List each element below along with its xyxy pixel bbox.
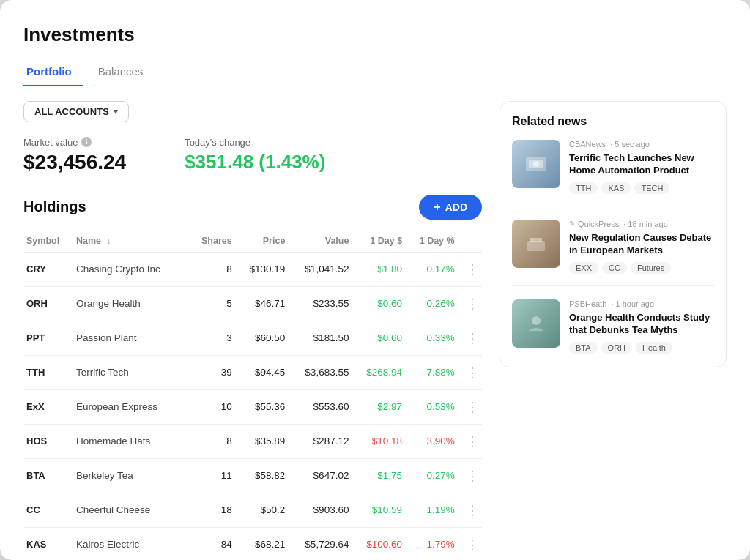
- news-tags: TTHKASTECH: [569, 182, 714, 194]
- cell-symbol: TTH: [23, 355, 73, 389]
- cell-day-dollar: $268.94: [352, 355, 405, 389]
- cell-day-pct: 0.33%: [405, 321, 458, 355]
- news-item[interactable]: PSBHeath · 1 hour ago Orange Health Cond…: [512, 299, 714, 354]
- row-menu-icon[interactable]: ⋮: [458, 527, 482, 560]
- news-content: ✎ QuickPress · 18 min ago New Regulation…: [569, 220, 714, 274]
- cell-symbol: KAS: [23, 527, 73, 560]
- cell-price: $46.71: [235, 286, 289, 321]
- news-item[interactable]: CBANews · 5 sec ago Terrific Tech Launch…: [512, 140, 714, 206]
- table-row: CC Cheerful Cheese 18 $50.2 $903.60 $10.…: [23, 493, 482, 527]
- cell-price: $94.45: [235, 355, 289, 389]
- cell-shares: 8: [188, 424, 235, 458]
- holdings-title: Holdings: [23, 198, 86, 215]
- plus-icon: +: [434, 201, 440, 214]
- cell-name: Cheerful Cheese: [73, 493, 188, 527]
- news-source: PSBHeath · 1 hour ago: [569, 299, 714, 308]
- cell-shares: 8: [188, 252, 235, 286]
- cell-symbol: CC: [23, 493, 73, 527]
- cell-symbol: CRY: [23, 252, 73, 286]
- cell-day-dollar: $0.60: [352, 286, 405, 321]
- cell-price: $58.82: [235, 458, 289, 493]
- table-row: ORH Orange Health 5 $46.71 $233.55 $0.60…: [23, 286, 482, 321]
- cell-name: Passion Plant: [73, 321, 188, 355]
- cell-day-pct: 1.19%: [405, 493, 458, 527]
- cell-day-pct: 1.79%: [405, 527, 458, 560]
- source-name: CBANews: [569, 140, 606, 149]
- add-button[interactable]: + ADD: [419, 195, 482, 220]
- news-title: Related news: [512, 115, 714, 128]
- page-title: Investments: [23, 23, 727, 46]
- cell-day-dollar: $10.59: [352, 493, 405, 527]
- accounts-dropdown[interactable]: ALL ACCOUNTS ▾: [23, 101, 129, 122]
- col-day-dollar: 1 Day $: [352, 230, 405, 253]
- news-item[interactable]: ✎ QuickPress · 18 min ago New Regulation…: [512, 220, 714, 286]
- news-time: · 1 hour ago: [611, 299, 654, 308]
- cell-value: $3,683.55: [288, 355, 352, 389]
- cell-day-dollar: $10.18: [352, 424, 405, 458]
- cell-value: $233.55: [288, 286, 352, 321]
- news-panel: Related news CBANews · 5 sec ago Terrifi…: [500, 86, 727, 561]
- add-label: ADD: [445, 201, 467, 213]
- cell-shares: 18: [188, 493, 235, 527]
- tag: Futures: [631, 262, 671, 274]
- info-icon: i: [81, 137, 92, 147]
- cell-name: Orange Health: [73, 286, 188, 321]
- news-thumbnail: [512, 299, 560, 348]
- tab-balances[interactable]: Balances: [95, 59, 155, 86]
- cell-shares: 10: [188, 389, 235, 424]
- cell-value: $181.50: [288, 321, 352, 355]
- cell-shares: 11: [188, 458, 235, 493]
- cell-symbol: PPT: [23, 321, 73, 355]
- cell-day-pct: 0.27%: [405, 458, 458, 493]
- row-menu-icon[interactable]: ⋮: [458, 389, 482, 424]
- cell-day-dollar: $100.60: [352, 527, 405, 560]
- row-menu-icon[interactable]: ⋮: [458, 458, 482, 493]
- news-content: CBANews · 5 sec ago Terrific Tech Launch…: [569, 140, 714, 194]
- cell-name: Kairos Electric: [73, 527, 188, 560]
- market-value: $23,456.24: [23, 151, 126, 174]
- news-source: CBANews · 5 sec ago: [569, 140, 714, 149]
- main-panel: ALL ACCOUNTS ▾ Market value i $23,456.24…: [23, 86, 500, 561]
- cell-value: $287.12: [288, 424, 352, 458]
- cell-day-pct: 0.53%: [405, 389, 458, 424]
- tag: BTA: [569, 342, 598, 354]
- table-row: ExX European Express 10 $55.36 $553.60 $…: [23, 389, 482, 424]
- col-symbol: Symbol: [23, 230, 73, 253]
- svg-rect-3: [527, 241, 545, 251]
- row-menu-icon[interactable]: ⋮: [458, 252, 482, 286]
- col-value: Value: [288, 230, 352, 253]
- holdings-table: Symbol Name ↓ Shares Price Value 1 Day $…: [23, 230, 482, 561]
- row-menu-icon[interactable]: ⋮: [458, 355, 482, 389]
- row-menu-icon[interactable]: ⋮: [458, 424, 482, 458]
- news-tags: BTAORHHealth: [569, 342, 714, 354]
- source-name: QuickPress: [578, 220, 619, 228]
- news-headline: Orange Health Conducts Study that Debunk…: [569, 311, 714, 337]
- tag: KAS: [601, 182, 631, 194]
- cell-day-dollar: $1.75: [352, 458, 405, 493]
- cell-day-dollar: $1.80: [352, 252, 405, 286]
- cell-shares: 5: [188, 286, 235, 321]
- col-name: Name ↓: [73, 230, 188, 253]
- news-tags: EXXCCFutures: [569, 262, 714, 274]
- cell-value: $1,041.52: [288, 252, 352, 286]
- cell-shares: 84: [188, 527, 235, 560]
- news-card: Related news CBANews · 5 sec ago Terrifi…: [500, 101, 727, 367]
- tag: EXX: [569, 262, 598, 274]
- tab-portfolio[interactable]: Portfolio: [23, 59, 83, 86]
- tag: TTH: [569, 182, 598, 194]
- table-row: HOS Homemade Hats 8 $35.89 $287.12 $10.1…: [23, 424, 482, 458]
- chevron-down-icon: ▾: [114, 107, 118, 116]
- cell-price: $35.89: [235, 424, 289, 458]
- table-row: BTA Berkeley Tea 11 $58.82 $647.02 $1.75…: [23, 458, 482, 493]
- row-menu-icon[interactable]: ⋮: [458, 493, 482, 527]
- cell-day-pct: 3.90%: [405, 424, 458, 458]
- col-shares: Shares: [188, 230, 235, 253]
- row-menu-icon[interactable]: ⋮: [458, 286, 482, 321]
- news-source: ✎ QuickPress · 18 min ago: [569, 220, 714, 228]
- row-menu-icon[interactable]: ⋮: [458, 321, 482, 355]
- tag: ORH: [601, 342, 632, 354]
- cell-day-pct: 0.26%: [405, 286, 458, 321]
- holdings-header: Holdings + ADD: [23, 195, 482, 220]
- cell-symbol: HOS: [23, 424, 73, 458]
- accounts-label: ALL ACCOUNTS: [34, 106, 109, 117]
